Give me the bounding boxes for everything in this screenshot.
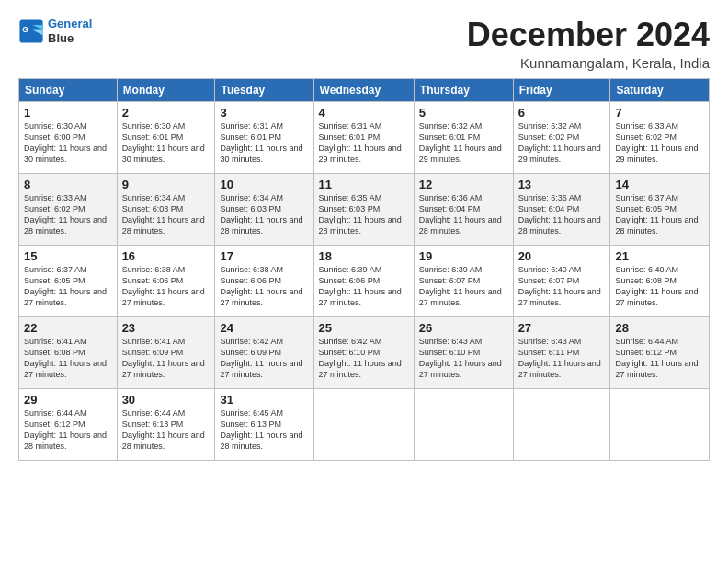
calendar-day-header: Saturday bbox=[610, 78, 710, 101]
day-number: 22 bbox=[24, 321, 112, 335]
logo-line1: General bbox=[48, 17, 92, 30]
calendar-cell: 12 Sunrise: 6:36 AM Sunset: 6:04 PM Dayl… bbox=[414, 173, 513, 245]
day-number: 9 bbox=[122, 178, 210, 191]
calendar-cell bbox=[610, 388, 710, 460]
day-info: Sunrise: 6:44 AM Sunset: 6:13 PM Dayligh… bbox=[122, 408, 210, 453]
calendar-cell: 26 Sunrise: 6:43 AM Sunset: 6:10 PM Dayl… bbox=[414, 316, 513, 388]
calendar-cell: 11 Sunrise: 6:35 AM Sunset: 6:03 PM Dayl… bbox=[313, 173, 414, 245]
day-number: 6 bbox=[518, 106, 606, 120]
day-info: Sunrise: 6:31 AM Sunset: 6:01 PM Dayligh… bbox=[220, 121, 308, 166]
calendar-cell: 1 Sunrise: 6:30 AM Sunset: 6:00 PM Dayli… bbox=[19, 101, 118, 173]
calendar-cell: 15 Sunrise: 6:37 AM Sunset: 6:05 PM Dayl… bbox=[19, 245, 118, 316]
day-number: 14 bbox=[615, 178, 704, 191]
logo-line2: Blue bbox=[48, 31, 92, 46]
day-number: 30 bbox=[122, 393, 210, 407]
calendar-day-header: Tuesday bbox=[215, 78, 313, 101]
calendar-week-row: 15 Sunrise: 6:37 AM Sunset: 6:05 PM Dayl… bbox=[19, 245, 710, 316]
calendar-cell: 7 Sunrise: 6:33 AM Sunset: 6:02 PM Dayli… bbox=[610, 101, 710, 173]
calendar-cell: 4 Sunrise: 6:31 AM Sunset: 6:01 PM Dayli… bbox=[313, 101, 414, 173]
day-number: 20 bbox=[518, 249, 606, 263]
calendar-header-row: SundayMondayTuesdayWednesdayThursdayFrid… bbox=[19, 78, 710, 101]
day-info: Sunrise: 6:39 AM Sunset: 6:06 PM Dayligh… bbox=[319, 264, 409, 309]
day-number: 28 bbox=[615, 321, 704, 335]
day-number: 10 bbox=[220, 178, 308, 191]
calendar-week-row: 1 Sunrise: 6:30 AM Sunset: 6:00 PM Dayli… bbox=[19, 101, 710, 173]
day-number: 17 bbox=[220, 249, 308, 263]
title-block: December 2024 Kunnamangalam, Kerala, Ind… bbox=[467, 17, 710, 71]
header: G General Blue December 2024 Kunnamangal… bbox=[18, 17, 710, 71]
day-info: Sunrise: 6:40 AM Sunset: 6:08 PM Dayligh… bbox=[615, 264, 704, 309]
calendar-cell: 22 Sunrise: 6:41 AM Sunset: 6:08 PM Dayl… bbox=[19, 316, 118, 388]
page: G General Blue December 2024 Kunnamangal… bbox=[0, 0, 728, 470]
calendar-cell bbox=[313, 388, 414, 460]
day-info: Sunrise: 6:39 AM Sunset: 6:07 PM Dayligh… bbox=[419, 264, 508, 309]
calendar-cell: 25 Sunrise: 6:42 AM Sunset: 6:10 PM Dayl… bbox=[313, 316, 414, 388]
day-number: 23 bbox=[122, 321, 210, 335]
calendar-cell: 2 Sunrise: 6:30 AM Sunset: 6:01 PM Dayli… bbox=[117, 101, 215, 173]
calendar-day-header: Thursday bbox=[414, 78, 513, 101]
calendar-cell: 3 Sunrise: 6:31 AM Sunset: 6:01 PM Dayli… bbox=[215, 101, 313, 173]
day-number: 16 bbox=[122, 249, 210, 263]
logo: G General Blue bbox=[18, 17, 92, 45]
calendar-cell: 9 Sunrise: 6:34 AM Sunset: 6:03 PM Dayli… bbox=[117, 173, 215, 245]
calendar-week-row: 22 Sunrise: 6:41 AM Sunset: 6:08 PM Dayl… bbox=[19, 316, 710, 388]
day-info: Sunrise: 6:36 AM Sunset: 6:04 PM Dayligh… bbox=[518, 192, 606, 237]
day-number: 19 bbox=[419, 249, 508, 263]
calendar-week-row: 29 Sunrise: 6:44 AM Sunset: 6:12 PM Dayl… bbox=[19, 388, 710, 460]
day-info: Sunrise: 6:38 AM Sunset: 6:06 PM Dayligh… bbox=[122, 264, 210, 309]
day-info: Sunrise: 6:44 AM Sunset: 6:12 PM Dayligh… bbox=[24, 408, 112, 453]
calendar-cell: 5 Sunrise: 6:32 AM Sunset: 6:01 PM Dayli… bbox=[414, 101, 513, 173]
day-number: 21 bbox=[615, 249, 704, 263]
calendar-cell: 10 Sunrise: 6:34 AM Sunset: 6:03 PM Dayl… bbox=[215, 173, 313, 245]
calendar-cell: 16 Sunrise: 6:38 AM Sunset: 6:06 PM Dayl… bbox=[117, 245, 215, 316]
day-info: Sunrise: 6:42 AM Sunset: 6:10 PM Dayligh… bbox=[319, 336, 409, 381]
calendar-cell: 13 Sunrise: 6:36 AM Sunset: 6:04 PM Dayl… bbox=[513, 173, 610, 245]
day-number: 29 bbox=[24, 393, 112, 407]
calendar-day-header: Monday bbox=[117, 78, 215, 101]
day-number: 3 bbox=[220, 106, 308, 120]
calendar-day-header: Friday bbox=[513, 78, 610, 101]
day-number: 26 bbox=[419, 321, 508, 335]
day-info: Sunrise: 6:37 AM Sunset: 6:05 PM Dayligh… bbox=[615, 192, 704, 237]
day-info: Sunrise: 6:33 AM Sunset: 6:02 PM Dayligh… bbox=[24, 192, 112, 237]
day-info: Sunrise: 6:45 AM Sunset: 6:13 PM Dayligh… bbox=[220, 408, 308, 453]
calendar-day-header: Sunday bbox=[19, 78, 118, 101]
calendar-cell: 27 Sunrise: 6:43 AM Sunset: 6:11 PM Dayl… bbox=[513, 316, 610, 388]
day-number: 5 bbox=[419, 106, 508, 120]
day-number: 11 bbox=[319, 178, 409, 191]
day-number: 31 bbox=[220, 393, 308, 407]
calendar-cell: 24 Sunrise: 6:42 AM Sunset: 6:09 PM Dayl… bbox=[215, 316, 313, 388]
day-info: Sunrise: 6:33 AM Sunset: 6:02 PM Dayligh… bbox=[615, 121, 704, 166]
day-info: Sunrise: 6:41 AM Sunset: 6:08 PM Dayligh… bbox=[24, 336, 112, 381]
calendar-week-row: 8 Sunrise: 6:33 AM Sunset: 6:02 PM Dayli… bbox=[19, 173, 710, 245]
day-number: 13 bbox=[518, 178, 606, 191]
calendar-cell: 31 Sunrise: 6:45 AM Sunset: 6:13 PM Dayl… bbox=[215, 388, 313, 460]
day-info: Sunrise: 6:43 AM Sunset: 6:11 PM Dayligh… bbox=[518, 336, 606, 381]
day-info: Sunrise: 6:30 AM Sunset: 6:01 PM Dayligh… bbox=[122, 121, 210, 166]
calendar-cell: 21 Sunrise: 6:40 AM Sunset: 6:08 PM Dayl… bbox=[610, 245, 710, 316]
calendar-table: SundayMondayTuesdayWednesdayThursdayFrid… bbox=[18, 78, 710, 461]
day-info: Sunrise: 6:43 AM Sunset: 6:10 PM Dayligh… bbox=[419, 336, 508, 381]
day-info: Sunrise: 6:34 AM Sunset: 6:03 PM Dayligh… bbox=[220, 192, 308, 237]
calendar-cell: 17 Sunrise: 6:38 AM Sunset: 6:06 PM Dayl… bbox=[215, 245, 313, 316]
calendar-cell: 30 Sunrise: 6:44 AM Sunset: 6:13 PM Dayl… bbox=[117, 388, 215, 460]
calendar-cell: 6 Sunrise: 6:32 AM Sunset: 6:02 PM Dayli… bbox=[513, 101, 610, 173]
logo-icon: G bbox=[18, 18, 44, 44]
day-number: 15 bbox=[24, 249, 112, 263]
calendar-cell: 14 Sunrise: 6:37 AM Sunset: 6:05 PM Dayl… bbox=[610, 173, 710, 245]
calendar-cell: 29 Sunrise: 6:44 AM Sunset: 6:12 PM Dayl… bbox=[19, 388, 118, 460]
logo-text: General Blue bbox=[48, 17, 92, 45]
day-number: 8 bbox=[24, 178, 112, 191]
month-title: December 2024 bbox=[467, 17, 710, 53]
calendar-day-header: Wednesday bbox=[313, 78, 414, 101]
day-info: Sunrise: 6:34 AM Sunset: 6:03 PM Dayligh… bbox=[122, 192, 210, 237]
day-info: Sunrise: 6:30 AM Sunset: 6:00 PM Dayligh… bbox=[24, 121, 112, 166]
day-info: Sunrise: 6:32 AM Sunset: 6:02 PM Dayligh… bbox=[518, 121, 606, 166]
location: Kunnamangalam, Kerala, India bbox=[467, 55, 710, 71]
day-number: 24 bbox=[220, 321, 308, 335]
day-info: Sunrise: 6:38 AM Sunset: 6:06 PM Dayligh… bbox=[220, 264, 308, 309]
day-info: Sunrise: 6:35 AM Sunset: 6:03 PM Dayligh… bbox=[319, 192, 409, 237]
day-number: 1 bbox=[24, 106, 112, 120]
day-info: Sunrise: 6:40 AM Sunset: 6:07 PM Dayligh… bbox=[518, 264, 606, 309]
calendar-cell: 19 Sunrise: 6:39 AM Sunset: 6:07 PM Dayl… bbox=[414, 245, 513, 316]
